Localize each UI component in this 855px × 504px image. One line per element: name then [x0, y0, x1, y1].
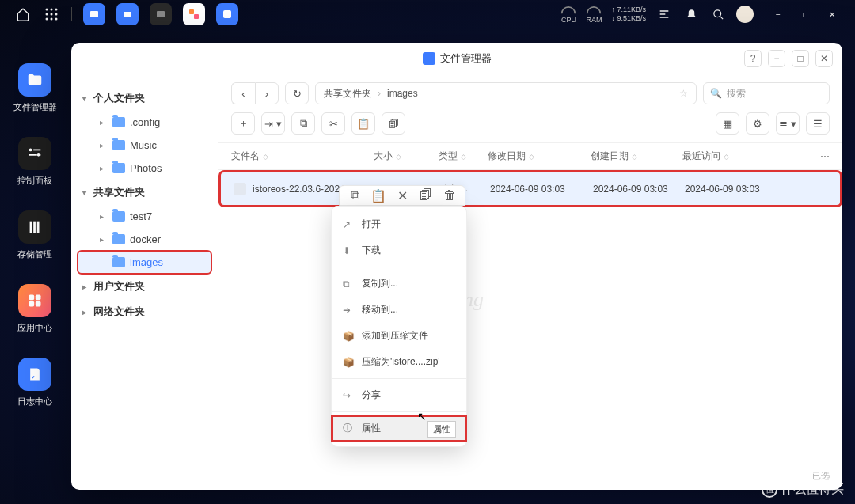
th-created[interactable]: 创建日期◇: [591, 150, 682, 163]
window-header: 文件管理器 ? − □ ✕: [71, 43, 842, 74]
th-accessed[interactable]: 最近访问◇: [682, 150, 762, 163]
window-minimize[interactable]: −: [768, 50, 785, 67]
svg-rect-10: [157, 11, 165, 17]
ram-gauge[interactable]: RAM: [586, 5, 602, 24]
folder-icon: [112, 140, 125, 150]
filter-button[interactable]: ☰: [806, 112, 830, 135]
breadcrumb[interactable]: 共享文件夹 › images ☆: [315, 82, 697, 104]
app-icon: [423, 52, 435, 65]
tree-test7[interactable]: ▸test7: [78, 205, 211, 228]
section-network[interactable]: ▸网络文件夹: [78, 299, 211, 324]
open-icon: ↗: [343, 219, 354, 230]
breadcrumb-segment[interactable]: 共享文件夹: [324, 87, 371, 100]
zip-icon: 📦: [343, 357, 354, 368]
refresh-button[interactable]: ↻: [285, 82, 309, 104]
th-more[interactable]: ⋯: [820, 150, 830, 163]
svg-point-2: [55, 9, 58, 11]
th-size[interactable]: 大小◇: [374, 150, 439, 163]
section-personal[interactable]: ▾个人文件夹: [78, 85, 211, 111]
nav-buttons: ‹ ›: [231, 82, 279, 104]
home-icon[interactable]: [14, 6, 32, 23]
close-icon[interactable]: ✕: [823, 6, 841, 23]
sidebar: ▾个人文件夹 ▸.config ▸Music ▸Photos ▾共享文件夹 ▸t…: [71, 74, 218, 490]
dock: 文件管理器 控制面板 存储管理 应用中心 日志中心: [6, 63, 63, 407]
svg-point-4: [51, 13, 53, 16]
svg-point-15: [29, 149, 32, 152]
menu-move-to[interactable]: ➜移动到...: [332, 297, 466, 323]
archive-button[interactable]: 🗐: [382, 112, 405, 135]
file-row[interactable]: istoreos-22.03.6-2024052... 2.38 GB 未知..…: [221, 172, 840, 205]
star-icon[interactable]: ☆: [679, 88, 688, 99]
search-icon: 🔍: [710, 88, 722, 99]
nav-back[interactable]: ‹: [231, 82, 255, 104]
settings-icon[interactable]: [656, 6, 673, 23]
folder-icon: [112, 211, 125, 222]
dock-file-manager[interactable]: 文件管理器: [13, 63, 57, 113]
taskbar-app-2[interactable]: [116, 3, 139, 25]
svg-rect-9: [90, 11, 98, 17]
svg-rect-19: [37, 222, 40, 233]
copy-button[interactable]: ⧉: [291, 112, 315, 135]
dock-control-panel[interactable]: 控制面板: [17, 137, 52, 187]
share-icon: ↪: [343, 390, 354, 401]
user-avatar[interactable]: [736, 6, 754, 23]
ctx-duplicate-icon[interactable]: 🗐: [414, 186, 438, 205]
ctx-copy-icon[interactable]: ⧉: [343, 186, 367, 205]
view-grid-button[interactable]: ▦: [716, 112, 739, 135]
svg-rect-22: [29, 301, 35, 307]
bell-icon[interactable]: [682, 6, 700, 23]
menu-copy-to[interactable]: ⧉复制到...: [332, 271, 466, 297]
tree-docker[interactable]: ▸docker: [78, 228, 211, 251]
upload-button[interactable]: ⇥ ▾: [261, 112, 285, 135]
menu-open[interactable]: ↗打开: [332, 211, 466, 237]
menu-compress[interactable]: 📦压缩为'istore....zip': [332, 349, 466, 375]
window-close[interactable]: ✕: [815, 50, 833, 67]
dock-logs[interactable]: 日志中心: [17, 358, 52, 407]
taskbar-app-1[interactable]: [83, 3, 105, 25]
menu-share[interactable]: ↪分享: [332, 382, 466, 408]
cpu-gauge[interactable]: CPU: [560, 5, 576, 24]
window-maximize[interactable]: □: [792, 50, 809, 67]
section-shared[interactable]: ▾共享文件夹: [78, 180, 211, 205]
tree-config[interactable]: ▸.config: [78, 111, 211, 134]
help-button[interactable]: ?: [744, 50, 762, 67]
info-icon: ⓘ: [343, 422, 354, 435]
cut-button[interactable]: ✂: [321, 112, 345, 135]
search-icon[interactable]: [709, 6, 727, 23]
menu-download[interactable]: ⬇下载: [332, 237, 466, 263]
taskbar-app-4[interactable]: [183, 3, 205, 25]
context-toolbar: ⧉ 📋 ✕ 🗐 🗑: [339, 185, 466, 206]
svg-rect-21: [36, 295, 41, 301]
th-name[interactable]: 文件名◇: [231, 150, 374, 163]
svg-point-3: [46, 13, 48, 16]
nav-forward[interactable]: ›: [255, 82, 279, 104]
breadcrumb-segment[interactable]: images: [387, 88, 418, 99]
minimize-icon[interactable]: −: [770, 6, 787, 23]
tree-images[interactable]: ▸images: [78, 251, 211, 274]
ctx-delete-icon[interactable]: ✕: [390, 186, 414, 205]
th-modified[interactable]: 修改日期◇: [488, 150, 591, 163]
taskbar-app-3[interactable]: [150, 3, 172, 25]
brand-watermark: 值 什么值得买: [762, 481, 844, 498]
settings-button[interactable]: ⚙: [746, 112, 770, 135]
paste-button[interactable]: 📋: [352, 112, 375, 135]
menu-add-archive[interactable]: 📦添加到压缩文件: [332, 323, 466, 349]
main-panel: ‹ › ↻ 共享文件夹 › images ☆ 🔍搜索 ＋ ⇥ ▾ ⧉ ✂ 📋 🗐: [218, 74, 842, 490]
ctx-paste-icon[interactable]: 📋: [367, 186, 390, 205]
th-type[interactable]: 类型◇: [439, 150, 488, 163]
dock-storage[interactable]: 存储管理: [17, 210, 52, 260]
context-menu: ↗打开 ⬇下载 ⧉复制到... ➜移动到... 📦添加到压缩文件 📦压缩为'is…: [331, 206, 467, 447]
network-speed: ↑ 7.11KB/s↓ 9.51KB/s: [611, 6, 646, 23]
apps-grid-icon[interactable]: [43, 6, 60, 23]
maximize-icon[interactable]: □: [796, 6, 814, 23]
add-button[interactable]: ＋: [231, 112, 255, 135]
dock-app-center[interactable]: 应用中心: [17, 284, 52, 334]
svg-rect-12: [194, 14, 199, 19]
sort-button[interactable]: ≣ ▾: [776, 112, 800, 135]
section-user[interactable]: ▸用户文件夹: [78, 274, 211, 299]
tree-photos[interactable]: ▸Photos: [78, 157, 211, 180]
taskbar-app-5[interactable]: [216, 3, 238, 25]
ctx-trash-icon[interactable]: 🗑: [438, 186, 462, 205]
tree-music[interactable]: ▸Music: [78, 134, 211, 157]
search-input[interactable]: 🔍搜索: [703, 82, 830, 104]
